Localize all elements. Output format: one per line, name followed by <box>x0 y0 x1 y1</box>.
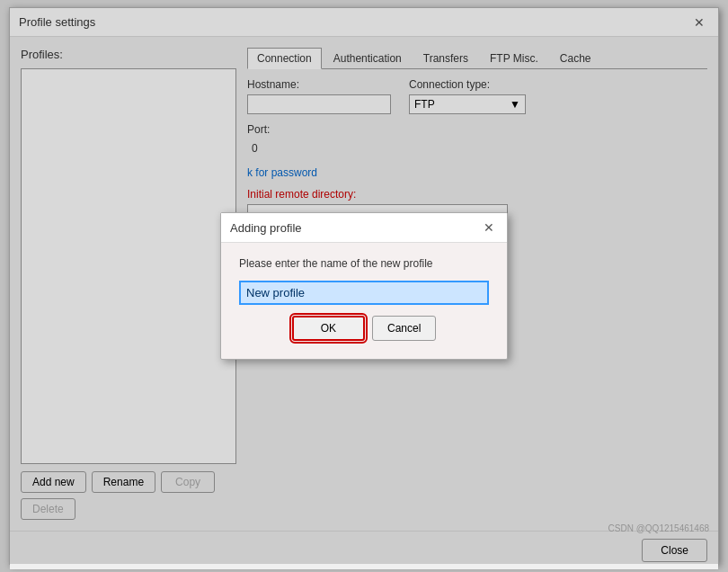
dialog-message: Please enter the name of the new profile <box>239 257 489 270</box>
adding-profile-dialog: Adding profile ✕ Please enter the name o… <box>220 212 508 360</box>
main-window: Profile settings ✕ Profiles: Add new Ren… <box>9 7 719 565</box>
dialog-ok-button[interactable]: OK <box>292 316 365 341</box>
dialog-title-bar: Adding profile ✕ <box>221 213 507 243</box>
dialog-title: Adding profile <box>230 221 302 235</box>
dialog-cancel-button[interactable]: Cancel <box>372 316 436 341</box>
profile-name-input[interactable] <box>239 281 489 305</box>
dialog-body: Please enter the name of the new profile… <box>221 243 507 359</box>
dialog-overlay: Adding profile ✕ Please enter the name o… <box>10 8 718 564</box>
dialog-buttons: OK Cancel <box>239 316 489 344</box>
dialog-close-button[interactable]: ✕ <box>480 219 498 237</box>
